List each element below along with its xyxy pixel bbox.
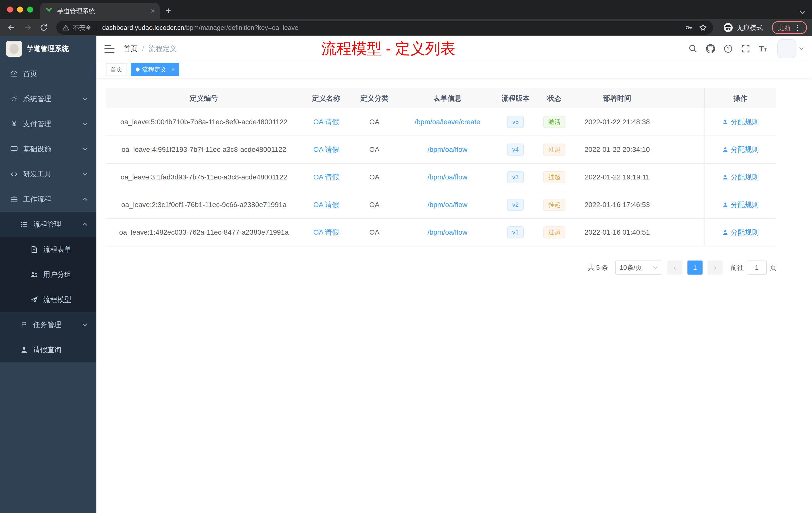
browser-tab[interactable]: 芋道管理系统 × bbox=[40, 3, 160, 19]
form-link[interactable]: /bpm/oa/leave/create bbox=[414, 118, 480, 126]
chevron-down-icon bbox=[82, 122, 87, 126]
person-icon bbox=[722, 174, 729, 180]
breadcrumb-home[interactable]: 首页 bbox=[123, 44, 138, 54]
form-link[interactable]: /bpm/oa/flow bbox=[428, 201, 467, 209]
sidebar-item-process-model[interactable]: 流程模型 bbox=[0, 287, 96, 312]
definition-name-link[interactable]: OA 请假 bbox=[313, 145, 339, 154]
assign-rule-button[interactable]: 分配规则 bbox=[722, 145, 759, 154]
top-navbar: 首页 / 流程定义 流程模型 - 定义列表 ? bbox=[96, 36, 812, 61]
sidebar-item-dev-tools[interactable]: 研发工具 bbox=[0, 162, 96, 187]
assign-rule-button[interactable]: 分配规则 bbox=[722, 228, 759, 237]
window-controls bbox=[0, 0, 40, 19]
active-dot bbox=[136, 67, 140, 71]
security-label[interactable]: 不安全 bbox=[73, 24, 92, 32]
help-icon[interactable]: ? bbox=[724, 44, 733, 53]
sidebar-item-label: 系统管理 bbox=[23, 94, 51, 104]
sidebar-item-task-management[interactable]: 任务管理 bbox=[0, 312, 96, 337]
window-minimize-button[interactable] bbox=[17, 6, 23, 12]
prev-page-button[interactable]: ‹ bbox=[667, 261, 683, 275]
assign-rule-button[interactable]: 分配规则 bbox=[722, 117, 759, 127]
cell-deploy-time: 2022-01-22 21:48:38 bbox=[575, 118, 660, 126]
col-status: 状态 bbox=[534, 94, 575, 103]
page-size-select[interactable]: 10条/页 bbox=[615, 261, 662, 275]
cell-definition-category: OA bbox=[350, 201, 398, 209]
logo-title: 芋道管理系统 bbox=[27, 44, 69, 54]
tab-search-chevron-icon[interactable] bbox=[800, 10, 805, 14]
form-link[interactable]: /bpm/oa/flow bbox=[428, 173, 467, 181]
col-definition-name: 定义名称 bbox=[302, 94, 350, 103]
sidebar-item-system[interactable]: 系统管理 bbox=[0, 86, 96, 112]
cell-form-info: /bpm/oa/leave/create bbox=[398, 118, 497, 126]
cell-definition-id: oa_leave:5:004b710b-7b8a-11ec-8ef0-acde4… bbox=[106, 118, 302, 126]
forward-button[interactable] bbox=[21, 21, 34, 34]
tag-process-definition[interactable]: 流程定义 × bbox=[131, 63, 179, 76]
definition-name-link[interactable]: OA 请假 bbox=[313, 117, 339, 127]
fullscreen-icon[interactable] bbox=[741, 44, 750, 53]
definition-name-link[interactable]: OA 请假 bbox=[313, 200, 339, 210]
window-maximize-button[interactable] bbox=[27, 6, 33, 12]
back-button[interactable] bbox=[5, 21, 18, 34]
password-key-icon[interactable] bbox=[685, 24, 693, 32]
cell-definition-id: oa_leave:1:482ec033-762a-11ec-8477-a2380… bbox=[106, 229, 302, 236]
new-tab-button[interactable]: + bbox=[166, 5, 171, 16]
sidebar-item-process-management[interactable]: 流程管理 bbox=[0, 212, 96, 237]
cell-deploy-time: 2022-01-22 19:19:11 bbox=[575, 173, 660, 181]
definition-name-link[interactable]: OA 请假 bbox=[313, 228, 339, 237]
definition-table: 定义编号 定义名称 定义分类 表单信息 流程版本 状态 部署时间 操作 oa_l… bbox=[106, 88, 776, 246]
browser-menu-icon[interactable]: ⋮ bbox=[794, 24, 801, 31]
sidebar-item-process-form[interactable]: 流程表单 bbox=[0, 237, 96, 262]
form-link[interactable]: /bpm/oa/flow bbox=[428, 229, 467, 236]
tag-home[interactable]: 首页 bbox=[106, 63, 127, 76]
table-row: oa_leave:1:482ec033-762a-11ec-8477-a2380… bbox=[106, 219, 776, 246]
address-bar[interactable]: 不安全 dashboard.yudao.iocoder.cn/bpm/manag… bbox=[56, 21, 713, 35]
table-row: oa_leave:2:3c1f0ef1-76b1-11ec-9c66-a2380… bbox=[106, 191, 776, 219]
sidebar-item-leave-query[interactable]: 请假查询 bbox=[0, 337, 96, 362]
person-icon bbox=[722, 202, 729, 208]
tag-label: 首页 bbox=[111, 65, 122, 73]
sidebar-item-label: 流程管理 bbox=[33, 220, 61, 229]
tab-close-icon[interactable]: × bbox=[151, 7, 155, 14]
page-size-value: 10条/页 bbox=[620, 263, 642, 272]
sidebar-toggle-icon[interactable] bbox=[105, 45, 115, 53]
url-text: dashboard.yudao.iocoder.cn/bpm/manager/d… bbox=[102, 24, 298, 32]
cell-definition-category: OA bbox=[350, 146, 398, 154]
breadcrumb-separator: / bbox=[142, 45, 144, 53]
github-icon[interactable] bbox=[706, 44, 715, 53]
sidebar-item-label: 流程模型 bbox=[43, 295, 71, 304]
assign-rule-button[interactable]: 分配规则 bbox=[722, 173, 759, 182]
page-annotation: 流程模型 - 定义列表 bbox=[321, 39, 455, 59]
page-1-button[interactable]: 1 bbox=[688, 261, 702, 275]
window-close-button[interactable] bbox=[7, 6, 13, 12]
reload-button[interactable] bbox=[37, 21, 50, 34]
monitor-icon bbox=[10, 145, 18, 153]
browser-update-chip[interactable]: 更新 ⋮ bbox=[772, 21, 807, 34]
user-menu[interactable] bbox=[777, 39, 804, 58]
pagination: 共 5 条 10条/页 ‹ 1 › 前往 页 bbox=[106, 261, 776, 275]
sidebar-item-user-group[interactable]: 用户分组 bbox=[0, 262, 96, 287]
tag-close-icon[interactable]: × bbox=[171, 66, 175, 73]
status-badge: 挂起 bbox=[543, 227, 566, 238]
process-management-submenu: 流程表单 用户分组 流程模型 bbox=[0, 237, 96, 312]
sidebar-item-label: 研发工具 bbox=[23, 170, 51, 179]
cell-definition-name: OA 请假 bbox=[302, 228, 350, 237]
bookmark-star-icon[interactable] bbox=[699, 24, 707, 32]
breadcrumb: 首页 / 流程定义 bbox=[123, 44, 177, 54]
col-actions: 操作 bbox=[704, 88, 776, 109]
sidebar-logo[interactable]: 芋道管理系统 bbox=[0, 36, 96, 61]
cell-deploy-time: 2022-01-16 17:46:53 bbox=[575, 201, 660, 209]
form-link[interactable]: /bpm/oa/flow bbox=[428, 146, 467, 154]
next-page-button[interactable]: › bbox=[707, 261, 723, 275]
goto-page-input[interactable] bbox=[747, 261, 767, 275]
avatar[interactable] bbox=[777, 39, 796, 58]
sidebar-item-workflow[interactable]: 工作流程 bbox=[0, 187, 96, 212]
sidebar-item-label: 用户分组 bbox=[43, 270, 71, 279]
cell-form-info: /bpm/oa/flow bbox=[398, 173, 497, 181]
search-icon[interactable] bbox=[689, 44, 697, 53]
sidebar-item-payment[interactable]: ¥ 支付管理 bbox=[0, 112, 96, 137]
font-size-icon[interactable]: TT bbox=[759, 44, 767, 54]
sidebar-item-home[interactable]: 首页 bbox=[0, 61, 96, 86]
cell-process-version: v1 bbox=[497, 227, 534, 238]
definition-name-link[interactable]: OA 请假 bbox=[313, 173, 339, 182]
sidebar-item-infrastructure[interactable]: 基础设施 bbox=[0, 137, 96, 162]
assign-rule-button[interactable]: 分配规则 bbox=[722, 200, 759, 210]
